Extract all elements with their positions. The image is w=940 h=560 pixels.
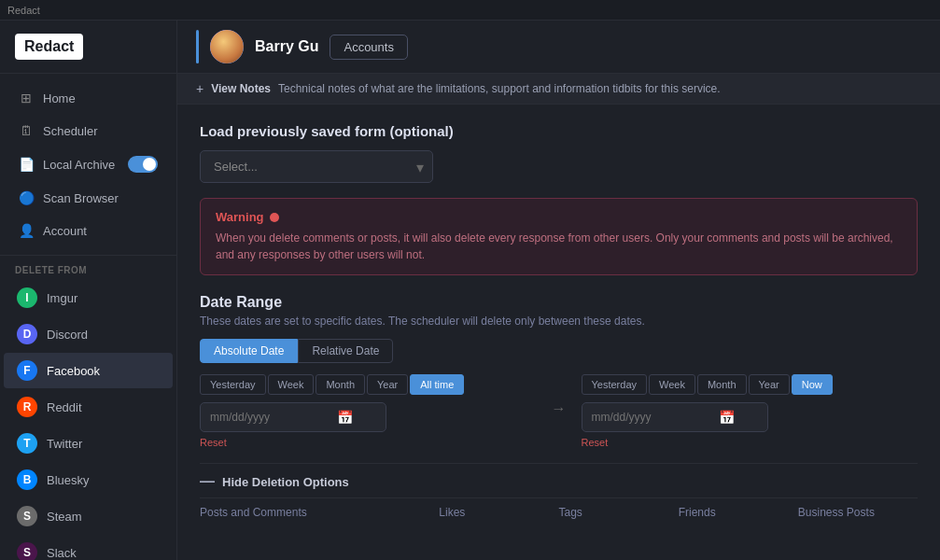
end-date-input-wrapper: 📅 — [582, 402, 768, 432]
end-reset-link[interactable]: Reset — [582, 437, 919, 448]
local-archive-icon: 📄 — [19, 157, 34, 172]
home-icon: ⊞ — [19, 91, 34, 105]
services-list: I Imgur D Discord F Facebook R Reddit T … — [0, 279, 176, 560]
facebook-icon: F — [17, 360, 37, 381]
start-yesterday-btn[interactable]: Yesterday — [200, 374, 266, 395]
logo: Redact — [15, 34, 83, 60]
start-alltime-btn[interactable]: All time — [410, 374, 464, 395]
sidebar-nav: ⊞ Home 🗓 Scheduler 📄 Local Archive — [0, 74, 176, 256]
sidebar-item-label: Scan Browser — [43, 191, 119, 205]
minus-icon: — — [200, 473, 215, 490]
slack-icon: S — [17, 542, 37, 560]
accounts-button[interactable]: Accounts — [330, 35, 407, 60]
bluesky-icon: B — [17, 469, 37, 490]
warning-dot-icon — [270, 213, 279, 222]
warning-label: Warning — [216, 210, 264, 224]
sidebar-item-label: Home — [43, 91, 76, 105]
end-quick-buttons: Yesterday Week Month Year Now — [582, 374, 919, 395]
service-label: Imgur — [47, 291, 77, 305]
service-item-slack[interactable]: S Slack — [4, 535, 173, 560]
service-label: Twitter — [47, 437, 82, 451]
sidebar-item-label: Scheduler — [43, 124, 98, 138]
service-item-discord[interactable]: D Discord — [4, 316, 173, 352]
sidebar-item-label: Local Archive — [43, 158, 115, 172]
local-archive-toggle[interactable] — [128, 156, 158, 173]
service-item-twitter[interactable]: T Twitter — [4, 426, 173, 461]
date-row: Yesterday Week Month Year All time 📅 Res… — [200, 374, 918, 448]
col-likes: Likes — [439, 506, 558, 519]
service-label: Steam — [47, 510, 82, 524]
header-divider — [196, 30, 199, 63]
start-date-input[interactable] — [210, 411, 331, 424]
sidebar-item-label: Account — [43, 224, 87, 238]
start-reset-link[interactable]: Reset — [200, 437, 537, 448]
end-week-btn[interactable]: Week — [649, 374, 695, 395]
start-year-btn[interactable]: Year — [367, 374, 408, 395]
warning-title: Warning — [216, 210, 902, 224]
end-year-btn[interactable]: Year — [749, 374, 790, 395]
start-date-group: Yesterday Week Month Year All time 📅 Res… — [200, 374, 537, 448]
account-icon: 👤 — [19, 223, 34, 238]
discord-icon: D — [17, 324, 37, 344]
sidebar: Redact ⊞ Home 🗓 Scheduler 📄 Local Archiv… — [0, 21, 177, 560]
service-item-reddit[interactable]: R Reddit — [4, 389, 173, 425]
avatar — [210, 30, 244, 63]
start-quick-buttons: Yesterday Week Month Year All time — [200, 374, 537, 395]
end-now-btn[interactable]: Now — [792, 374, 833, 395]
twitter-icon: T — [17, 433, 37, 454]
date-range-subtitle: These dates are set to specific dates. T… — [200, 315, 918, 328]
deletion-table-header: Posts and Comments Likes Tags Friends Bu… — [200, 498, 918, 526]
username: Barry Gu — [255, 38, 318, 55]
sidebar-item-scan-browser[interactable]: 🔵 Scan Browser — [4, 182, 173, 214]
date-arrow: → — [537, 400, 582, 417]
date-range-title: Date Range — [200, 294, 918, 311]
select-box[interactable]: Select... — [200, 150, 433, 183]
warning-box: Warning When you delete comments or post… — [200, 198, 918, 275]
service-item-bluesky[interactable]: B Bluesky — [4, 462, 173, 497]
date-range-section: Date Range These dates are set to specif… — [200, 294, 918, 448]
end-calendar-icon: 📅 — [719, 410, 735, 425]
hide-deletion-label: Hide Deletion Options — [222, 475, 349, 489]
end-yesterday-btn[interactable]: Yesterday — [582, 374, 648, 395]
start-date-input-wrapper: 📅 — [200, 402, 386, 432]
start-month-btn[interactable]: Month — [316, 374, 365, 395]
service-item-steam[interactable]: S Steam — [4, 498, 173, 534]
content-area: Load previously saved form (optional) Se… — [177, 105, 940, 560]
delete-from-label: DELETE FROM — [0, 256, 176, 279]
col-tags: Tags — [559, 506, 679, 519]
start-calendar-icon: 📅 — [337, 410, 353, 425]
hide-deletion-options[interactable]: — Hide Deletion Options — [200, 463, 918, 497]
select-wrapper: Select... ▾ — [200, 150, 433, 183]
main-content: Barry Gu Accounts + View Notes Technical… — [177, 21, 940, 560]
sidebar-item-home[interactable]: ⊞ Home — [4, 82, 173, 114]
arrow-icon: → — [552, 400, 567, 417]
steam-icon: S — [17, 506, 37, 526]
end-month-btn[interactable]: Month — [697, 374, 747, 395]
end-date-input[interactable] — [592, 411, 713, 424]
start-week-btn[interactable]: Week — [268, 374, 315, 395]
scheduler-icon: 🗓 — [19, 123, 34, 138]
service-label: Bluesky — [47, 473, 90, 487]
view-notes-description: Technical notes of what are the limitati… — [278, 82, 721, 95]
scan-browser-icon: 🔵 — [19, 190, 34, 205]
service-item-imgur[interactable]: I Imgur — [4, 280, 173, 315]
service-item-facebook[interactable]: F Facebook — [4, 353, 173, 388]
sidebar-logo: Redact — [0, 21, 176, 74]
service-label: Reddit — [47, 400, 82, 414]
load-saved-title: Load previously saved form (optional) — [200, 123, 918, 139]
sidebar-item-scheduler[interactable]: 🗓 Scheduler — [4, 115, 173, 147]
view-notes-label: View Notes — [211, 82, 271, 95]
date-type-tabs: Absolute Date Relative Date — [200, 339, 918, 363]
title-bar-label: Redact — [7, 5, 40, 16]
service-label: Discord — [47, 328, 88, 342]
sidebar-item-account[interactable]: 👤 Account — [4, 215, 173, 246]
deletion-options-table: Posts and Comments Likes Tags Friends Bu… — [200, 497, 918, 526]
tab-relative-date[interactable]: Relative Date — [298, 339, 393, 363]
tab-absolute-date[interactable]: Absolute Date — [200, 339, 298, 363]
col-friends: Friends — [679, 506, 798, 519]
col-posts-comments: Posts and Comments — [200, 506, 439, 519]
sidebar-item-local-archive[interactable]: 📄 Local Archive — [4, 147, 173, 181]
view-notes-bar[interactable]: + View Notes Technical notes of what are… — [177, 74, 940, 105]
reddit-icon: R — [17, 397, 37, 417]
avatar-image — [210, 30, 244, 63]
